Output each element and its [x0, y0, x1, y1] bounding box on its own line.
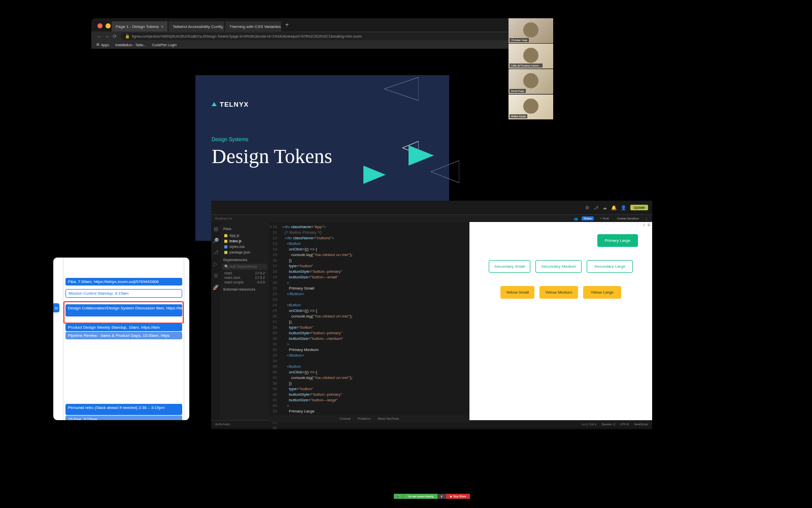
participant-video[interactable]: Christian Veigt	[509, 18, 553, 43]
menu-icon[interactable]: ⋮	[645, 217, 648, 220]
stop-share-button[interactable]: Stop Share	[446, 494, 470, 499]
codesandbox-window: ⚙ ⎇ ☁ 🔔 👤 Update Reading List 👥 Share ⑂ …	[211, 201, 652, 429]
file-item[interactable]: index.js	[222, 238, 267, 244]
user-icon[interactable]: 👤	[621, 205, 626, 210]
preview-toolbar: ⤢ ⧉	[640, 222, 652, 228]
secondary-small-button[interactable]: Secondary Small	[489, 260, 530, 273]
dependency-item[interactable]: react-dom17.0.2	[222, 275, 267, 280]
run-icon[interactable]: ▷	[214, 261, 218, 267]
participant-name: Lélia da Fonseca Leston...	[510, 64, 543, 68]
fork-button[interactable]: ⑂ Fork	[598, 216, 611, 220]
mic-icon[interactable]: 🎤	[394, 494, 403, 499]
new-tab-button[interactable]: +	[282, 21, 292, 31]
deploy-icon[interactable]: 🚀	[213, 284, 219, 290]
tab-label: Theming with CSS Variables	[229, 24, 281, 29]
git-icon[interactable]: ⎇	[213, 249, 219, 255]
highlighted-event-border	[63, 301, 184, 324]
url-input[interactable]: 🔒 figma.com/proto/uYA0HQ6UeU0Uc5UaB1hoJ/…	[121, 33, 548, 40]
secondary-large-button[interactable]: Secondary Large	[587, 260, 633, 273]
yellow-large-button[interactable]: Yellow Large	[583, 286, 622, 299]
explorer-icon[interactable]: ▤	[214, 226, 218, 232]
branch-icon[interactable]: ⎇	[593, 205, 598, 210]
avatar	[523, 73, 538, 88]
participant-video[interactable]: Lélia da Fonseca Leston...	[509, 44, 553, 69]
calendar-event[interactable]: Personal retro (Slack ahead if needed) 2…	[65, 404, 182, 415]
bookmark-codepen[interactable]: CodePen Login	[152, 43, 177, 47]
bookmark-tailwind[interactable]: Installation - Tailw...	[115, 43, 146, 47]
back-icon[interactable]: ←	[96, 34, 101, 39]
external-resources-header[interactable]: External resources	[223, 288, 266, 291]
calendar-event[interactable]: Product Design Weekly Standup, 10am, htt…	[65, 324, 182, 331]
calendar-window: m Fika, 7:30am, https://telnyx.zoom.us/j…	[53, 258, 189, 420]
participant-video[interactable]: David Kupp	[509, 69, 553, 94]
primary-large-button[interactable]: Primary Large	[597, 234, 638, 247]
terminal-tabs: Console Problems React DevTools	[269, 415, 469, 422]
calendar-event[interactable]: Mission Control Standup, 8:15am	[65, 289, 182, 298]
cs-topbar: ⚙ ⎇ ☁ 🔔 👤 Update	[211, 201, 652, 215]
file-explorer: Files App.jsindex.jsstyles.csspackage.js…	[220, 222, 269, 420]
calendar-time-gutter	[53, 258, 63, 420]
close-icon[interactable]: ×	[161, 24, 164, 29]
bell-icon[interactable]: 🔔	[611, 205, 617, 210]
cursor-position[interactable]: Ln 1, Col 1	[582, 423, 596, 426]
slide-subtitle: Design Systems	[212, 137, 433, 142]
triangle-decoration	[431, 161, 459, 183]
terminal-tab-problems[interactable]: Problems	[358, 417, 370, 420]
cs-body: ▤ 🔎 ⎇ ▷ ☰ 🚀 Files App.jsindex.jsstyles.c…	[211, 222, 652, 420]
participant-name: Malika Nadia	[510, 114, 527, 118]
bookmarks-bar: ⊞ Apps Installation - Tailw... CodePen L…	[91, 41, 553, 49]
file-icon	[224, 245, 227, 248]
tab-theming[interactable]: Theming with CSS Variables ×	[225, 21, 281, 31]
file-item[interactable]: App.js	[222, 233, 267, 238]
preview-pane: ⤢ ⧉ Primary Large Secondary Small Second…	[469, 222, 652, 420]
bookmark-apps[interactable]: ⊞ Apps	[96, 43, 109, 47]
calendar-tab[interactable]: m	[53, 303, 59, 312]
file-item[interactable]: package.json	[222, 249, 267, 255]
triangle-decoration	[384, 77, 419, 101]
terminal-tab-devtools[interactable]: React DevTools	[378, 417, 399, 420]
participant-name: David Kupp	[510, 89, 526, 93]
file-icon	[224, 251, 227, 254]
secondary-medium-button[interactable]: Secondary Medium	[535, 260, 582, 273]
calendar-event[interactable]: Pipeline Review - Sales & Product Gaps, …	[65, 332, 182, 339]
gear-icon[interactable]: ⚙	[585, 205, 589, 210]
line-gutter: 9 10 11 12 13 14 15 16 17 18 19 20 21 22…	[269, 222, 280, 420]
avatar	[523, 22, 538, 38]
file-item[interactable]: styles.css	[222, 244, 267, 249]
reading-list[interactable]: Reading List	[215, 217, 232, 220]
calendar-event[interactable]: Fika, 7:30am, https://telnyx.zoom.us/j/5…	[65, 278, 182, 285]
participant-video[interactable]: Malika Nadia	[509, 94, 553, 119]
cloud-icon[interactable]: ☁	[602, 205, 607, 210]
yellow-medium-button[interactable]: Yellow Medium	[539, 286, 578, 299]
expand-icon[interactable]: ⤢	[642, 223, 646, 227]
dependency-item[interactable]: react-scripts4.0.0	[222, 280, 267, 284]
yellow-small-button[interactable]: Yellow Small	[500, 286, 534, 299]
close-window-icon[interactable]	[97, 23, 103, 28]
language-status[interactable]: JavaScript	[634, 423, 648, 426]
indent-status[interactable]: Spaces: 2	[601, 423, 615, 426]
update-badge[interactable]: Update	[630, 205, 648, 210]
dependency-item[interactable]: react17.0.2	[222, 271, 267, 275]
share-button[interactable]: Share	[582, 216, 594, 220]
add-dependency-input[interactable]: 🔍 Add Dependency	[222, 264, 267, 270]
calendar-event[interactable]: 15 Five, 3:15pm	[65, 416, 182, 420]
file-icon	[224, 234, 227, 237]
encoding-status[interactable]: UTF-8	[620, 423, 629, 426]
terminal-tab-console[interactable]: Console	[340, 417, 351, 420]
search-icon[interactable]: 🔎	[213, 238, 219, 243]
deps-header: Dependencies	[223, 258, 266, 262]
minimize-window-icon[interactable]	[106, 23, 111, 28]
url-text: figma.com/proto/uYA0HQ6UeU0Uc5UaB1hoJ/De…	[132, 35, 362, 38]
code-editor[interactable]: 9 10 11 12 13 14 15 16 17 18 19 20 21 22…	[269, 222, 469, 420]
avatar	[523, 99, 538, 114]
forward-icon[interactable]: →	[105, 34, 110, 39]
tab-tailwind[interactable]: Tailwind Accessibility Config ×	[168, 21, 224, 31]
reload-icon[interactable]: ⟳	[113, 34, 117, 39]
create-sandbox-button[interactable]: Create Sandbox	[615, 216, 641, 220]
new-window-icon[interactable]: ⧉	[648, 223, 650, 227]
logo-icon	[212, 102, 217, 107]
server-icon[interactable]: ☰	[214, 273, 218, 278]
pause-share-button[interactable]: ⏸	[437, 494, 446, 499]
tab-figma[interactable]: Page 1 - Design Tokens ×	[112, 21, 167, 31]
sharing-text: You are screen sharing	[403, 494, 437, 499]
